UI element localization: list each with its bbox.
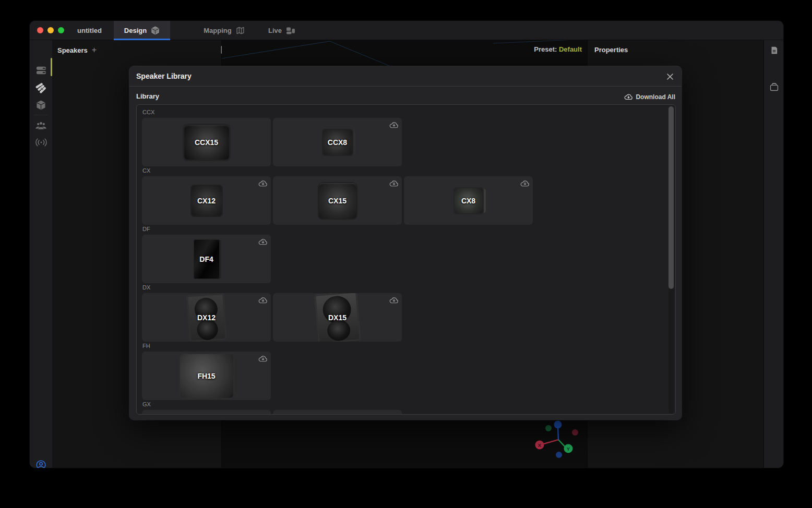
close-icon[interactable]	[665, 71, 675, 82]
library-section-title: Library	[136, 92, 159, 100]
axis-neg-z-ball	[556, 452, 562, 458]
tool-sidebar	[30, 40, 52, 468]
broadcast-icon	[35, 138, 47, 147]
library-section: GX	[142, 401, 670, 415]
axis-y-label: Y	[567, 446, 570, 452]
preset-value: Default	[559, 45, 582, 53]
scrollbar-thumb[interactable]	[668, 106, 674, 289]
document-title: untitled	[77, 21, 102, 40]
tab-design[interactable]: Design	[114, 21, 170, 40]
library-section-label: DF	[142, 226, 670, 233]
rack-icon	[35, 65, 47, 76]
dialog-header: Speaker Library	[129, 66, 682, 87]
archive-box-icon[interactable]	[769, 82, 779, 91]
dialog-title: Speaker Library	[136, 66, 192, 87]
properties-panel-title: Properties	[594, 46, 628, 54]
layout-grid-icon	[286, 27, 295, 35]
right-toolstrip	[763, 40, 783, 468]
speaker-card[interactable]: CX15	[273, 176, 402, 225]
notes-icon[interactable]	[770, 46, 779, 55]
speaker-card-label: DX12	[142, 293, 271, 342]
speaker-card[interactable]: CX12	[142, 176, 271, 225]
library-section: CXCX12CX15CX8	[142, 167, 670, 225]
speaker-card[interactable]: CCX15	[142, 118, 271, 166]
speaker-card-label: CX8	[404, 176, 533, 225]
app-window: untitled Design Mapping Live	[30, 21, 783, 468]
library-section: DXDX12DX15	[142, 284, 670, 342]
sidebar-item-speakers[interactable]	[30, 80, 52, 96]
sidebar-item-broadcast[interactable]	[30, 135, 52, 150]
sidebar-divider	[34, 115, 48, 115]
speaker-card-label: CX15	[273, 176, 402, 225]
speaker-card[interactable]: CCX8	[273, 118, 402, 166]
speaker-card-label: DX15	[273, 293, 402, 342]
library-section-label: DX	[142, 284, 670, 291]
tab-mapping-label: Mapping	[204, 27, 231, 34]
map-icon	[236, 26, 245, 35]
axis-neg-y-ball	[545, 425, 552, 431]
download-all-button[interactable]: Download All	[624, 93, 675, 101]
cube-icon	[151, 26, 160, 35]
scrollbar-track[interactable]	[668, 106, 674, 414]
library-list: CCXCCX15CCX8CXCX12CX15CX8DFDF4DXDX12DX15…	[136, 104, 676, 415]
library-section: FHFH15	[142, 343, 670, 400]
speaker-card-label: DF4	[142, 235, 271, 283]
tab-design-label: Design	[124, 27, 147, 34]
speaker-card[interactable]: DX12	[142, 293, 271, 342]
speaker-library-dialog: Speaker Library Library Download All CCX…	[129, 66, 682, 420]
library-section-label: CX	[142, 167, 670, 174]
speaker-card[interactable]	[273, 410, 402, 415]
axis-neg-x-ball	[572, 429, 578, 436]
tab-mapping[interactable]: Mapping	[194, 21, 254, 40]
speakers-panel-title: Speakers	[57, 46, 88, 54]
speaker-card[interactable]	[142, 410, 271, 415]
library-section: CCXCCX15CCX8	[142, 109, 670, 166]
people-icon	[35, 121, 47, 131]
sidebar-item-rack[interactable]	[30, 63, 52, 78]
library-section-label: FH	[142, 343, 670, 349]
speaker-card[interactable]: FH15	[142, 352, 271, 400]
tab-live[interactable]: Live	[258, 21, 305, 40]
cloud-download-icon[interactable]	[389, 413, 399, 415]
add-speaker-button[interactable]: +	[92, 45, 97, 55]
cube-icon	[35, 100, 46, 111]
speaker-card-label: FH15	[142, 352, 271, 400]
cloud-download-icon	[624, 93, 633, 101]
minimize-window-button[interactable]	[47, 27, 54, 33]
user-account-icon	[35, 459, 46, 468]
cloud-download-icon[interactable]	[258, 413, 268, 415]
preset-indicator[interactable]: Preset: Default	[534, 45, 582, 53]
library-section-label: GX	[142, 401, 670, 408]
close-window-button[interactable]	[37, 27, 43, 33]
speaker-card[interactable]: DF4	[142, 235, 271, 283]
speaker-card[interactable]: CX8	[404, 176, 533, 225]
axis-x-label: X	[538, 442, 542, 448]
sidebar-item-account[interactable]	[30, 457, 52, 468]
speaker-card-label: CCX8	[273, 118, 402, 166]
titlebar: untitled Design Mapping Live	[30, 21, 783, 40]
sidebar-item-groups[interactable]	[30, 118, 52, 134]
sidebar-item-3d-objects[interactable]	[30, 97, 52, 113]
download-all-label: Download All	[636, 93, 675, 101]
tab-live-label: Live	[268, 27, 282, 34]
library-section-label: CCX	[142, 109, 670, 116]
axis-z-ball	[554, 421, 562, 429]
speaker-card-label: CX12	[142, 176, 271, 225]
speaker-image	[301, 414, 374, 415]
axis-gizmo[interactable]: X Y	[532, 420, 590, 465]
preset-label: Preset:	[534, 45, 557, 53]
line-array-icon	[35, 82, 47, 94]
speaker-card[interactable]: DX15	[273, 293, 402, 342]
library-section: DFDF4	[142, 226, 670, 283]
speaker-card-label: CCX15	[142, 118, 271, 166]
zoom-window-button[interactable]	[58, 27, 64, 33]
